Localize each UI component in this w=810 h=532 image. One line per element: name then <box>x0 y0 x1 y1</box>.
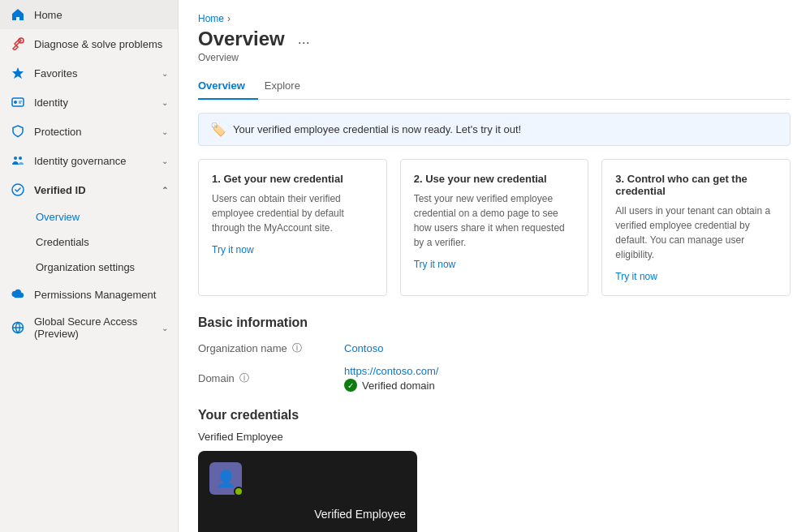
domain-value: https://contoso.com/ ✓ Verified domain <box>344 365 438 392</box>
sidebar-label-diagnose: Diagnose & solve problems <box>34 38 162 50</box>
people-icon <box>10 152 26 169</box>
credential-name: Verified Employee <box>314 508 406 521</box>
sidebar-label-credentials: Credentials <box>36 236 89 248</box>
svg-marker-1 <box>12 67 24 79</box>
chevron-down-icon: ⌄ <box>162 69 168 78</box>
home-icon <box>10 6 26 23</box>
org-name-row: Organization name ⓘ Contoso <box>198 341 791 355</box>
domain-info-icon[interactable]: ⓘ <box>239 371 249 385</box>
sidebar-item-global-secure[interactable]: Global Secure Access (Preview) ⌄ <box>0 309 178 346</box>
chevron-down-icon-governance: ⌄ <box>162 157 168 165</box>
sidebar-label-org-settings: Organization settings <box>36 261 135 273</box>
card-3: 3. Control who can get the credential Al… <box>601 159 791 296</box>
sidebar-item-overview[interactable]: Overview <box>0 204 178 230</box>
sidebar-item-identity[interactable]: Identity ⌄ <box>0 88 178 117</box>
sidebar-item-credentials[interactable]: Credentials <box>0 230 178 255</box>
tab-explore[interactable]: Explore <box>265 73 313 100</box>
tabs: Overview Explore <box>198 73 791 100</box>
sidebar-label-identity-governance: Identity governance <box>34 155 126 167</box>
breadcrumb-separator: › <box>227 13 231 24</box>
card-2-title: 2. Use your new credential <box>414 173 575 185</box>
chevron-down-icon-protection: ⌄ <box>162 127 168 136</box>
card-1-body: Users can obtain their verified employee… <box>212 191 373 235</box>
sidebar-item-permissions[interactable]: Permissions Management <box>0 280 178 309</box>
sidebar-item-favorites[interactable]: Favorites ⌄ <box>0 58 178 88</box>
page-menu-button[interactable]: ... <box>293 29 315 49</box>
credential-card-icon: 👤 <box>209 462 242 495</box>
card-3-body: All users in your tenant can obtain a ve… <box>615 204 777 262</box>
cloud-icon <box>10 286 26 302</box>
credential-subtitle: Verified Employee <box>198 431 791 443</box>
page-title: Overview <box>198 28 285 50</box>
credentials-section-title: Your credentials <box>198 408 791 423</box>
verified-label: Verified domain <box>362 380 435 392</box>
card-1-title: 1. Get your new credential <box>212 173 373 185</box>
org-name-value[interactable]: Contoso <box>344 342 383 354</box>
card-1-link[interactable]: Try it now <box>212 244 254 255</box>
page-subtitle: Overview <box>198 52 791 63</box>
org-name-label: Organization name ⓘ <box>198 341 344 355</box>
shield-icon <box>10 123 26 139</box>
sidebar-label-favorites: Favorites <box>34 67 77 79</box>
banner-emoji: 🏷️ <box>210 122 226 137</box>
check-badge-icon <box>10 182 26 198</box>
sidebar-item-diagnose[interactable]: Diagnose & solve problems <box>0 29 178 58</box>
sidebar-item-protection[interactable]: Protection ⌄ <box>0 117 178 146</box>
check-circle-icon: ✓ <box>344 379 357 392</box>
chevron-down-icon-identity: ⌄ <box>162 98 168 107</box>
card-2-body: Test your new verified employee credenti… <box>414 191 575 250</box>
page-title-row: Overview ... <box>198 28 791 50</box>
credential-card: 👤 Verified Employee Contoso <box>198 451 417 532</box>
verified-domain-row: ✓ Verified domain <box>344 379 438 392</box>
sidebar-label-overview: Overview <box>36 211 80 223</box>
sidebar-item-home[interactable]: Home <box>0 0 178 29</box>
domain-url[interactable]: https://contoso.com/ <box>344 365 438 377</box>
chevron-up-icon: ⌃ <box>162 186 168 195</box>
sidebar-label-global-secure: Global Secure Access (Preview) <box>34 315 162 340</box>
sidebar-item-org-settings[interactable]: Organization settings <box>0 255 178 280</box>
breadcrumb-home-link[interactable]: Home <box>198 13 224 24</box>
card-1: 1. Get your new credential Users can obt… <box>198 159 387 296</box>
svg-point-7 <box>19 157 22 160</box>
tool-icon <box>10 36 26 52</box>
green-dot <box>234 487 243 496</box>
cards-row: 1. Get your new credential Users can obt… <box>198 159 791 296</box>
card-2: 2. Use your new credential Test your new… <box>400 159 589 296</box>
org-name-info-icon[interactable]: ⓘ <box>292 341 302 355</box>
basic-info-title: Basic information <box>198 315 791 330</box>
sidebar-label-permissions: Permissions Management <box>34 289 156 301</box>
main-content: Home › Overview ... Overview Overview Ex… <box>179 0 810 532</box>
identity-icon <box>10 94 26 110</box>
sidebar-label-verified-id: Verified ID <box>34 184 86 196</box>
card-3-link[interactable]: Try it now <box>615 271 657 282</box>
svg-point-6 <box>14 157 17 160</box>
person-icon: 👤 <box>216 469 236 488</box>
card-3-title: 3. Control who can get the credential <box>615 173 777 197</box>
breadcrumb: Home › <box>198 13 791 24</box>
sidebar: Home Diagnose & solve problems Favorites… <box>0 0 179 532</box>
domain-label: Domain ⓘ <box>198 371 344 385</box>
globe-icon <box>10 320 26 336</box>
domain-row: Domain ⓘ https://contoso.com/ ✓ Verified… <box>198 365 791 392</box>
star-icon <box>10 65 26 81</box>
sidebar-item-verified-id[interactable]: Verified ID ⌃ <box>0 175 178 204</box>
banner-text: Your verified employee credential is now… <box>233 123 521 135</box>
sidebar-item-identity-governance[interactable]: Identity governance ⌄ <box>0 146 178 175</box>
card-2-link[interactable]: Try it now <box>414 259 456 270</box>
banner: 🏷️ Your verified employee credential is … <box>198 113 791 146</box>
sidebar-label-home: Home <box>34 9 62 21</box>
sidebar-label-protection: Protection <box>34 126 82 138</box>
chevron-down-icon-global: ⌄ <box>162 324 168 332</box>
tab-overview[interactable]: Overview <box>198 73 258 100</box>
svg-point-3 <box>14 101 17 104</box>
sidebar-label-identity: Identity <box>34 97 68 109</box>
